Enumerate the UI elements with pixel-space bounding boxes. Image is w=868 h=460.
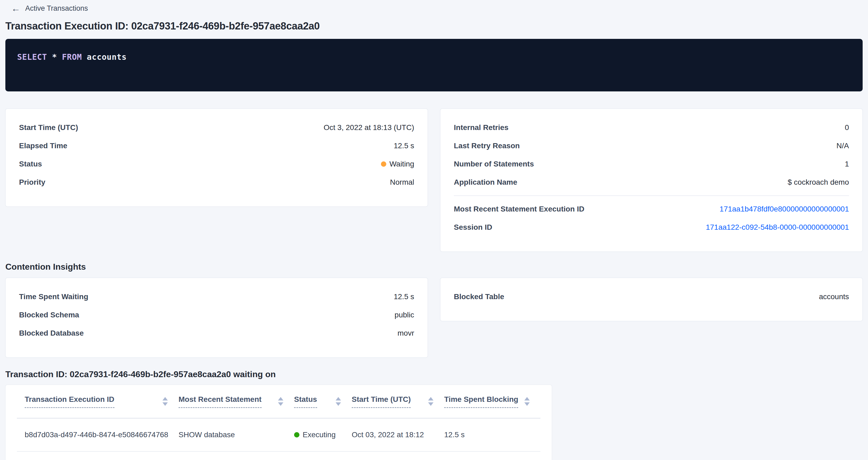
sql-keyword-from: FROM — [62, 52, 82, 62]
contention-waiting-card: Time Spent Waiting 12.5 s Blocked Schema… — [5, 278, 428, 358]
contention-insights-heading: Contention Insights — [5, 262, 863, 272]
status-waiting-text: Waiting — [390, 160, 414, 168]
table-header-row: Transaction Execution ID Most Recent Sta… — [17, 385, 540, 418]
sort-icon — [162, 397, 168, 406]
summary-cards-row: Start Time (UTC) Oct 3, 2022 at 18:13 (U… — [5, 109, 863, 252]
blocked-database-row: Blocked Database movr — [19, 324, 414, 342]
elapsed-time-label: Elapsed Time — [19, 142, 67, 150]
statement-execution-id-row: Most Recent Statement Execution ID 171aa… — [454, 200, 849, 218]
card-divider — [454, 195, 849, 196]
statement-execution-id-label: Most Recent Statement Execution ID — [454, 205, 584, 213]
sort-icon — [278, 397, 283, 406]
cell-start-time: Oct 03, 2022 at 18:12 — [352, 418, 444, 452]
column-header-label: Time Spent Blocking — [444, 395, 518, 408]
session-id-label: Session ID — [454, 223, 492, 232]
priority-label: Priority — [19, 178, 45, 187]
elapsed-time-row: Elapsed Time 12.5 s — [19, 137, 414, 155]
internal-retries-value: 0 — [845, 123, 849, 132]
priority-row: Priority Normal — [19, 173, 414, 191]
start-time-label: Start Time (UTC) — [19, 123, 78, 132]
number-of-statements-row: Number of Statements 1 — [454, 155, 849, 173]
waiting-on-heading: Transaction ID: 02ca7931-f246-469b-b2fe-… — [5, 369, 863, 379]
number-of-statements-value: 1 — [845, 160, 849, 168]
session-id-row: Session ID 171aa122-c092-54b8-0000-00000… — [454, 218, 849, 237]
blocked-schema-row: Blocked Schema public — [19, 306, 414, 324]
application-name-label: Application Name — [454, 178, 517, 187]
sql-statement-box: SELECT * FROM accounts — [5, 39, 863, 91]
blocked-table-value: accounts — [819, 293, 849, 301]
blocked-database-label: Blocked Database — [19, 329, 84, 337]
elapsed-time-value: 12.5 s — [394, 142, 414, 150]
session-id-link[interactable]: 171aa122-c092-54b8-0000-000000000001 — [706, 223, 849, 232]
time-spent-waiting-label: Time Spent Waiting — [19, 293, 88, 301]
sql-keyword-select: SELECT — [17, 52, 47, 62]
blocked-database-value: movr — [398, 329, 414, 337]
statement-execution-id-link[interactable]: 171aa1b478fdf0e80000000000000001 — [719, 205, 849, 213]
sql-table-name: accounts — [82, 52, 127, 62]
cell-status: Executing — [294, 418, 352, 452]
transaction-summary-card: Start Time (UTC) Oct 3, 2022 at 18:13 (U… — [5, 109, 428, 207]
contention-cards-row: Time Spent Waiting 12.5 s Blocked Schema… — [5, 278, 863, 358]
page-title: Transaction Execution ID: 02ca7931-f246-… — [5, 20, 863, 32]
number-of-statements-label: Number of Statements — [454, 160, 534, 168]
cell-most-recent-statement: SHOW database — [179, 418, 294, 452]
cell-time-spent-blocking: 12.5 s — [444, 418, 540, 452]
waiting-on-table: Transaction Execution ID Most Recent Sta… — [17, 385, 540, 452]
sort-icon — [524, 397, 530, 406]
last-retry-reason-label: Last Retry Reason — [454, 142, 520, 150]
blocked-schema-value: public — [395, 311, 414, 319]
column-header-label: Transaction Execution ID — [25, 395, 115, 408]
table-row: b8d7d03a-d497-446b-8474-e50846674768 SHO… — [17, 418, 540, 452]
blocked-table-row: Blocked Table accounts — [454, 288, 849, 306]
waiting-on-table-card: Transaction Execution ID Most Recent Sta… — [5, 385, 552, 460]
status-value: Waiting — [381, 160, 414, 168]
time-spent-waiting-row: Time Spent Waiting 12.5 s — [19, 288, 414, 306]
sort-icon — [336, 397, 341, 406]
column-header-time-spent-blocking[interactable]: Time Spent Blocking — [444, 385, 540, 418]
time-spent-waiting-value: 12.5 s — [394, 293, 414, 301]
column-header-status[interactable]: Status — [294, 385, 352, 418]
column-header-start-time[interactable]: Start Time (UTC) — [352, 385, 444, 418]
sort-icon — [428, 397, 433, 406]
start-time-row: Start Time (UTC) Oct 3, 2022 at 18:13 (U… — [19, 119, 414, 137]
status-executing-dot-icon — [294, 432, 300, 437]
last-retry-reason-row: Last Retry Reason N/A — [454, 137, 849, 155]
application-name-row: Application Name $ cockroach demo — [454, 173, 849, 191]
back-link-label: Active Transactions — [25, 4, 88, 12]
column-header-most-recent-statement[interactable]: Most Recent Statement — [179, 385, 294, 418]
contention-blocked-table-card: Blocked Table accounts — [440, 278, 863, 321]
blocked-table-label: Blocked Table — [454, 293, 504, 301]
last-retry-reason-value: N/A — [836, 142, 849, 150]
application-name-value: $ cockroach demo — [787, 178, 849, 187]
status-waiting-dot-icon — [381, 161, 386, 167]
column-header-transaction-execution-id[interactable]: Transaction Execution ID — [17, 385, 179, 418]
column-header-label: Most Recent Statement — [179, 395, 261, 408]
arrow-left-icon: ← — [11, 4, 20, 13]
column-header-label: Status — [294, 395, 317, 408]
start-time-value: Oct 3, 2022 at 18:13 (UTC) — [323, 123, 414, 132]
status-label: Status — [19, 160, 42, 168]
status-row: Status Waiting — [19, 155, 414, 173]
sql-star: * — [47, 52, 62, 62]
blocked-schema-label: Blocked Schema — [19, 311, 79, 319]
status-executing-text: Executing — [303, 431, 336, 439]
cell-transaction-execution-id: b8d7d03a-d497-446b-8474-e50846674768 — [17, 418, 179, 452]
priority-value: Normal — [390, 178, 414, 187]
column-header-label: Start Time (UTC) — [352, 395, 411, 408]
statement-summary-card: Internal Retries 0 Last Retry Reason N/A… — [440, 109, 863, 252]
internal-retries-row: Internal Retries 0 — [454, 119, 849, 137]
page-content: ← Active Transactions Transaction Execut… — [0, 0, 868, 460]
back-link-active-transactions[interactable]: ← Active Transactions — [11, 4, 88, 13]
internal-retries-label: Internal Retries — [454, 123, 508, 132]
